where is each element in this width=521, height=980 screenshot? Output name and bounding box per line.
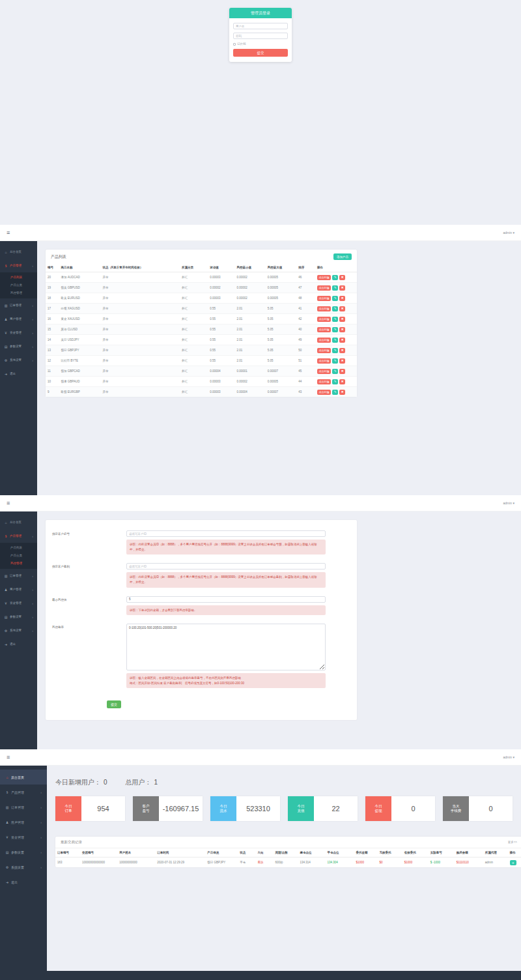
sidebar-item-products[interactable]: ＄产品管理› <box>0 529 37 543</box>
column-header: 操作 <box>315 263 357 272</box>
add-product-button[interactable]: 添加产品 <box>333 253 352 260</box>
delete-icon[interactable]: ✖ <box>339 275 345 280</box>
edit-icon[interactable]: ✎ <box>332 317 338 322</box>
stat-value: 523310 <box>236 796 280 821</box>
sidebar-subitem-product-category[interactable]: 产品分类 <box>0 281 37 289</box>
loss-customer-input[interactable] <box>126 530 326 537</box>
sidebar-item-funds[interactable]: ¥资金管理› <box>0 596 37 610</box>
sidebar-item-products[interactable]: ＄产品管理› <box>0 259 37 272</box>
funds-icon: ¥ <box>4 601 8 605</box>
sidebar-item-users[interactable]: ♟用户管理› <box>0 814 47 829</box>
sidebar-item-home[interactable]: ⌂后台首页 <box>0 515 37 529</box>
trades-title: 最新交易记录 <box>61 840 82 844</box>
probability-textarea[interactable]: 0-100.20|101-500.20|501-200000.20 <box>126 624 326 670</box>
edit-icon[interactable]: ✎ <box>332 379 338 384</box>
edit-icon[interactable]: ✎ <box>332 348 338 353</box>
stat-label: 今日 订单 <box>55 796 81 821</box>
sidebar-item-orders[interactable]: ▥订单管理› <box>0 800 47 814</box>
delete-icon[interactable]: ✖ <box>339 390 345 395</box>
table-row: 11 镑加 GBPCAD 开市 外汇 0.00004 0.00001 0.000… <box>46 366 357 377</box>
edit-icon[interactable]: ✎ <box>332 338 338 343</box>
fix-deviation-button[interactable]: 点击纠偏 <box>317 369 331 374</box>
delete-icon[interactable]: ✖ <box>339 348 345 353</box>
stat-card: 今日 充值 22 <box>288 796 358 821</box>
fix-deviation-button[interactable]: 点击纠偏 <box>317 306 331 311</box>
delete-icon[interactable]: ✖ <box>339 327 345 332</box>
sidebar-item-logout[interactable]: ➔退出 <box>0 874 47 889</box>
edit-icon[interactable]: ✎ <box>332 369 338 374</box>
sidebar-item-logout[interactable]: ➔退出 <box>0 367 37 381</box>
fix-deviation-button[interactable]: 点击纠偏 <box>317 296 331 301</box>
login-submit-button[interactable]: 提交 <box>233 49 288 57</box>
sidebar-item-params[interactable]: ▤参数设置› <box>0 844 47 859</box>
column-header: 无效委托 <box>378 848 402 857</box>
fix-deviation-button[interactable]: 点击纠偏 <box>317 390 331 395</box>
sidebar-subitem-product-list[interactable]: 产品列表 <box>0 274 37 281</box>
fix-deviation-button[interactable]: 点击纠偏 <box>317 327 331 332</box>
delete-icon[interactable]: ✖ <box>339 358 345 364</box>
sidebar-item-logout[interactable]: ➔退出 <box>0 637 37 651</box>
sidebar-item-products[interactable]: ＄产品管理› <box>0 785 47 800</box>
win-customer-input[interactable] <box>126 563 326 569</box>
edit-icon[interactable]: ✎ <box>332 327 338 332</box>
column-header: 实际盈亏 <box>429 848 455 857</box>
sidebar-item-orders[interactable]: ▥订单管理› <box>0 569 37 583</box>
edit-icon[interactable]: ✎ <box>332 285 338 291</box>
delete-icon[interactable]: ✖ <box>339 306 345 311</box>
more-link[interactable]: 更多>> <box>508 841 517 844</box>
sidebar-subitem-product-list[interactable]: 产品列表 <box>0 544 37 552</box>
remember-checkbox[interactable] <box>233 43 236 46</box>
sidebar-item-funds[interactable]: ¥资金管理› <box>0 829 47 844</box>
sidebar-item-system[interactable]: ⚙系统设置› <box>0 624 37 637</box>
probability-label: 风控概率 <box>52 624 126 688</box>
trade-row: 163 10000000000000 10000000000 2020-07-3… <box>55 857 521 868</box>
fix-deviation-button[interactable]: 点击纠偏 <box>317 275 331 280</box>
fix-deviation-button[interactable]: 点击纠偏 <box>317 317 331 322</box>
menu-icon[interactable]: ≡ <box>7 229 10 236</box>
sidebar-subitem-risk-manage[interactable]: 风控管理 <box>0 560 37 568</box>
admin-dropdown[interactable]: admin ▾ <box>503 755 514 759</box>
menu-icon[interactable]: ≡ <box>7 754 10 760</box>
login-section: 管理员登录 记住我 提交 <box>0 0 521 225</box>
edit-icon[interactable]: ✎ <box>332 390 338 395</box>
sidebar-item-users[interactable]: ♟用户管理› <box>0 583 37 596</box>
delete-icon[interactable]: ✖ <box>339 296 345 301</box>
stat-label: 今日 流水 <box>210 796 236 821</box>
loss-field-label: 指定客户必亏 <box>52 530 126 555</box>
fix-deviation-button[interactable]: 点击纠偏 <box>317 338 331 343</box>
delete-icon[interactable]: ✖ <box>339 317 345 322</box>
edit-icon[interactable]: ✎ <box>332 275 338 280</box>
sidebar-subitem-product-category[interactable]: 产品分类 <box>0 552 37 560</box>
password-field[interactable] <box>233 33 288 39</box>
delete-icon[interactable]: ✖ <box>339 285 345 291</box>
delete-icon[interactable]: ✖ <box>339 369 345 374</box>
min-risk-input[interactable] <box>126 596 326 603</box>
admin-dropdown[interactable]: admin ▾ <box>503 501 514 505</box>
column-header: 周期/点数 <box>273 848 298 857</box>
fix-deviation-button[interactable]: 点击纠偏 <box>317 358 331 364</box>
sidebar-item-funds[interactable]: ¥资金管理› <box>0 326 37 339</box>
sidebar-item-home[interactable]: ⌂后台首页 <box>0 770 47 785</box>
sidebar-item-home[interactable]: ⌂后台首页 <box>0 245 37 259</box>
delete-icon[interactable]: ✖ <box>339 379 345 384</box>
menu-icon[interactable]: ≡ <box>7 500 10 506</box>
sidebar-item-system[interactable]: ⚙系统设置› <box>0 353 37 367</box>
edit-icon[interactable]: ✎ <box>332 358 338 364</box>
sidebar-subitem-risk-manage[interactable]: 风控管理 <box>0 289 37 297</box>
sidebar-item-users[interactable]: ♟用户管理› <box>0 312 37 326</box>
edit-icon[interactable]: ✎ <box>332 296 338 301</box>
sidebar-item-system[interactable]: ⚙系统设置› <box>0 859 47 874</box>
sidebar-item-orders[interactable]: ▥订单管理› <box>0 298 37 312</box>
username-field[interactable] <box>233 23 288 29</box>
sidebar-item-params[interactable]: ▤参数设置› <box>0 610 37 624</box>
sidebar-item-params[interactable]: ▤参数设置› <box>0 339 37 353</box>
admin-dropdown[interactable]: admin ▾ <box>503 231 514 235</box>
detail-icon[interactable]: ≡ <box>510 860 516 865</box>
edit-icon[interactable]: ✎ <box>332 306 338 311</box>
fix-deviation-button[interactable]: 点击纠偏 <box>317 348 331 353</box>
fix-deviation-button[interactable]: 点击纠偏 <box>317 379 331 384</box>
fix-deviation-button[interactable]: 点击纠偏 <box>317 285 331 291</box>
form-submit-button[interactable]: 提交 <box>107 700 121 708</box>
stat-value: -160967.15 <box>159 796 203 821</box>
delete-icon[interactable]: ✖ <box>339 338 345 343</box>
